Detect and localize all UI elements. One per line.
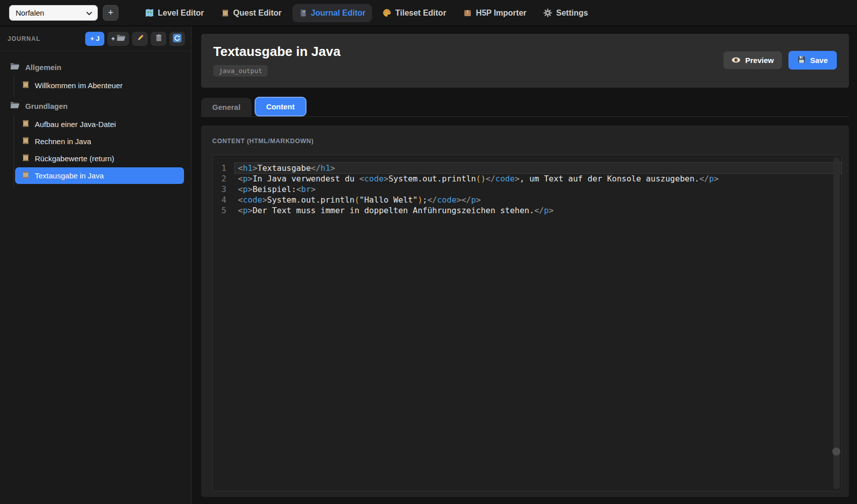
code-line[interactable]: 4<code>System.out.println("Hallo Welt");… — [213, 195, 841, 205]
journal-editor-main: Textausgabe in Java java_output Preview — [192, 26, 857, 504]
tree-item-label: Willkommen im Abenteuer — [35, 81, 123, 90]
sidebar-toolbar: + J + — [85, 32, 185, 46]
open-folder-icon — [10, 62, 20, 72]
world-select-value: Norfalen — [16, 9, 44, 17]
nav-label: Settings — [556, 9, 588, 18]
tree-item-label: Aufbau einer Java-Datei — [35, 120, 116, 129]
tree-children: Aufbau einer Java-Datei Rechnen in Java — [14, 114, 191, 187]
gear-icon — [543, 9, 552, 17]
journal-sidebar: JOURNAL + J + — [0, 26, 192, 504]
entry-actions: Preview Save — [723, 51, 837, 70]
refresh-icon — [173, 34, 181, 44]
code-line[interactable]: 2<p>In Java verwendest du <code>System.o… — [213, 173, 841, 184]
tab-settings[interactable]: Settings — [537, 4, 594, 22]
tab-level-editor[interactable]: Level Editor — [139, 4, 211, 22]
tree-children: Willkommen im Abenteuer — [14, 76, 191, 97]
folder-icon — [116, 34, 126, 43]
tree-item-textausgabe[interactable]: Textausgabe in Java — [15, 167, 184, 184]
folder-label: Grundlagen — [25, 102, 68, 110]
tab-h5p-importer[interactable]: H5P Importer — [457, 4, 533, 22]
code-text: <p>Beispiel:<br> — [235, 184, 841, 195]
floppy-disk-icon — [798, 55, 806, 65]
tab-label: General — [212, 103, 240, 111]
code-text: <p>In Java verwendest du <code>System.ou… — [235, 173, 841, 184]
eye-icon — [731, 56, 741, 65]
preview-button[interactable]: Preview — [723, 51, 782, 69]
pencil-icon — [136, 34, 144, 43]
line-number: 5 — [213, 205, 235, 216]
line-number: 4 — [213, 195, 235, 205]
journal-tree: Allgemein Willkommen im Abenteuer — [0, 51, 191, 187]
main-nav: Level Editor Quest Editor Journal Edit — [139, 4, 594, 22]
box-icon — [463, 9, 472, 17]
tree-folder-allgemein[interactable]: Allgemein — [0, 58, 191, 76]
open-folder-icon — [10, 101, 20, 110]
nav-label: Journal Editor — [311, 9, 365, 18]
world-select[interactable]: Norfalen — [9, 5, 98, 21]
entry-header: Textausgabe in Java java_output Preview — [201, 34, 849, 88]
code-line[interactable]: 5<p>Der Text muss immer in doppelten Anf… — [213, 205, 841, 216]
editor-scrollbar-thumb[interactable] — [832, 448, 840, 456]
scroll-icon — [22, 119, 30, 129]
scroll-icon — [22, 171, 30, 180]
entry-tabs: General Content — [201, 97, 849, 117]
chevron-down-icon — [86, 9, 92, 17]
top-bar: Norfalen + Level Editor — [0, 0, 857, 26]
scroll-icon — [221, 9, 229, 17]
save-button[interactable]: Save — [788, 51, 837, 70]
tab-label: Content — [266, 102, 295, 111]
entry-title: Textausgabe in Java — [213, 44, 340, 59]
scroll-icon — [22, 137, 30, 146]
folder-label: Allgemein — [25, 63, 62, 72]
delete-button[interactable] — [151, 32, 166, 46]
trash-icon — [155, 34, 163, 43]
code-lines: 1<h1>Textausgabe</h1>2<p>In Java verwend… — [213, 163, 841, 216]
tab-content[interactable]: Content — [255, 97, 307, 116]
entry-title-block: Textausgabe in Java java_output — [213, 44, 340, 77]
tab-quest-editor[interactable]: Quest Editor — [215, 4, 288, 22]
code-text: <p>Der Text muss immer in doppelten Anfü… — [235, 205, 841, 216]
sidebar-title: JOURNAL — [8, 35, 40, 42]
tab-general[interactable]: General — [201, 98, 252, 116]
line-number: 3 — [213, 184, 235, 195]
edit-button[interactable] — [132, 32, 148, 46]
code-line[interactable]: 1<h1>Textausgabe</h1> — [213, 163, 841, 173]
nav-label: Level Editor — [158, 9, 204, 18]
tab-tileset-editor[interactable]: Tileset Editor — [376, 4, 453, 22]
nav-label: Tileset Editor — [395, 9, 446, 18]
tree-item-willkommen[interactable]: Willkommen im Abenteuer — [15, 77, 184, 94]
code-line[interactable]: 3<p>Beispiel:<br> — [213, 184, 841, 195]
tree-folder-grundlagen[interactable]: Grundlagen — [0, 97, 191, 114]
editor-scrollbar-track[interactable] — [833, 157, 840, 489]
save-label: Save — [810, 56, 828, 65]
content-field-label: CONTENT (HTML/MARKDOWN) — [212, 138, 842, 145]
tree-item-rechnen[interactable]: Rechnen in Java — [15, 133, 184, 150]
line-number: 1 — [213, 163, 235, 173]
code-text: <code>System.out.println("Hallo Welt");<… — [235, 195, 841, 205]
add-journal-button[interactable]: + J — [85, 32, 104, 46]
tree-item-label: Rückgabewerte (return) — [35, 154, 114, 163]
tree-item-aufbau[interactable]: Aufbau einer Java-Datei — [15, 116, 184, 133]
palette-icon — [383, 9, 391, 17]
map-icon — [145, 9, 154, 17]
add-world-button[interactable]: + — [103, 5, 118, 21]
tree-item-label: Textausgabe in Java — [35, 171, 104, 180]
refresh-button[interactable] — [169, 32, 185, 46]
scroll-icon — [22, 81, 30, 90]
add-folder-label: + — [111, 35, 115, 42]
tree-item-label: Rechnen in Java — [35, 137, 91, 146]
tree-item-rueckgabewerte[interactable]: Rückgabewerte (return) — [15, 150, 184, 167]
content-panel: CONTENT (HTML/MARKDOWN) 1<h1>Textausgabe… — [201, 125, 849, 497]
tab-journal-editor[interactable]: Journal Editor — [292, 4, 372, 22]
line-number: 2 — [213, 173, 235, 184]
add-world-label: + — [108, 8, 113, 18]
nav-label: H5P Importer — [476, 9, 526, 18]
book-icon — [299, 9, 307, 17]
preview-label: Preview — [745, 56, 774, 65]
entry-slug-badge: java_output — [213, 65, 268, 77]
add-folder-button[interactable]: + — [107, 32, 129, 46]
content-code-editor[interactable]: 1<h1>Textausgabe</h1>2<p>In Java verwend… — [212, 155, 842, 491]
add-journal-label: + J — [90, 35, 99, 42]
sidebar-header: JOURNAL + J + — [0, 26, 191, 51]
nav-label: Quest Editor — [233, 9, 282, 18]
